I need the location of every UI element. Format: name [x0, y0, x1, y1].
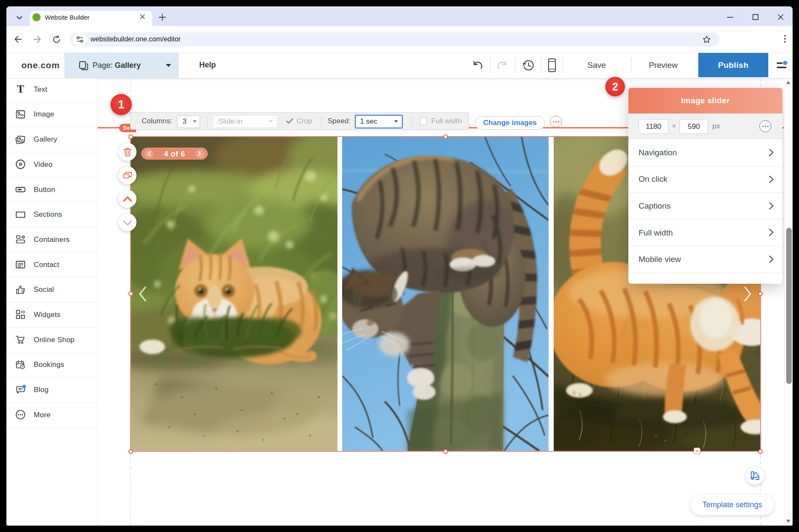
svg-text:T: T	[17, 84, 24, 94]
